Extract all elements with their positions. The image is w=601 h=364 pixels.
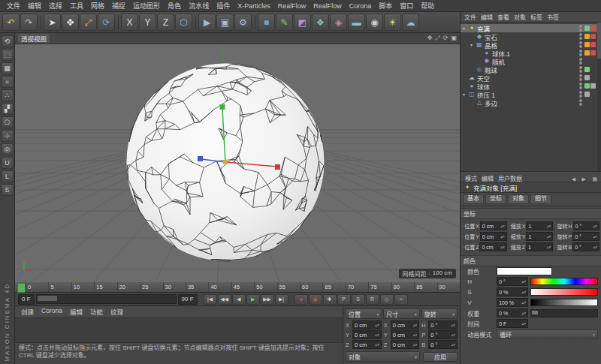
object-tree-row[interactable]: ◎ 融球 (461, 65, 601, 74)
menu-item[interactable]: 书签 (545, 13, 561, 21)
stepper-icon[interactable]: ▴▾ (375, 342, 379, 347)
menu-item[interactable]: 选择 (45, 1, 66, 11)
rotation-mode-select[interactable]: 旋转▾ (421, 308, 458, 319)
timeline-end-field[interactable]: 90 F (178, 294, 198, 305)
size-z-field[interactable]: 0 cm▴▾ (391, 340, 420, 349)
record-position-button[interactable]: P (337, 294, 351, 305)
object-tree-row[interactable]: ✺ 随机 (461, 57, 601, 65)
attr-position-x-field[interactable]: 0 cm▴▾ (480, 221, 507, 230)
record-pla-button[interactable]: ≈ (394, 294, 408, 305)
timeline-range-slider[interactable] (36, 294, 177, 304)
section-color[interactable]: 颜色 (461, 255, 601, 266)
live-selection-tool[interactable]: ➤ (44, 14, 61, 31)
move-tool[interactable]: ✥ (62, 14, 79, 31)
menu-item[interactable]: 窗口 (396, 1, 417, 11)
workplane-mode-button[interactable]: ⌗ (2, 76, 14, 88)
object-tag[interactable] (584, 34, 590, 39)
menu-item[interactable]: 用户数据 (496, 176, 524, 182)
object-tag[interactable] (590, 26, 596, 31)
object-tree-row[interactable]: ▾ ◫ 挤压 1 (461, 90, 601, 98)
object-tag[interactable] (590, 50, 596, 56)
goto-start-button[interactable]: |◀ (204, 294, 217, 305)
menu-item[interactable]: RealFlow (274, 2, 310, 10)
timeline-tick[interactable]: 75 (368, 282, 391, 292)
timeline-tick[interactable]: 90 (437, 282, 460, 292)
make-editable-button[interactable]: ⟲ (2, 35, 14, 47)
record-rotation-button[interactable]: R (366, 294, 379, 305)
position-z-field[interactable]: 0 cm▴▾ (352, 340, 382, 349)
attr-position-y-field[interactable]: 0 cm▴▾ (480, 232, 507, 241)
visibility-dots[interactable] (579, 58, 582, 65)
menu-item[interactable]: 创建 (18, 307, 37, 317)
add-sky-menu[interactable]: ☁ (402, 14, 419, 31)
visibility-dots[interactable] (579, 99, 582, 106)
add-deformer-menu[interactable]: ◈ (330, 14, 347, 31)
saturation-field[interactable]: 0 %▴▾ (497, 287, 528, 296)
menu-item[interactable]: 编辑 (24, 1, 45, 11)
position-mode-select[interactable]: 位置▾ (346, 308, 382, 319)
object-tag[interactable] (584, 42, 590, 47)
object-tree-row[interactable]: ▾ ✦ 充满 (461, 24, 601, 32)
value-field[interactable]: 100 %▴▾ (497, 298, 528, 307)
stepper-icon[interactable]: ▴▾ (413, 332, 418, 337)
expand-arrow-icon[interactable]: ▾ (470, 42, 476, 47)
timeline-start-field[interactable]: 0 F (18, 294, 35, 305)
rotation-p-field[interactable]: 0 °▴▾ (428, 330, 458, 339)
attr-rotation-b-field[interactable]: 0 °▴▾ (572, 242, 599, 251)
menu-item[interactable]: 查看 (495, 13, 512, 21)
menu-item[interactable]: 文件 (3, 1, 24, 11)
object-tag[interactable] (590, 83, 596, 89)
menu-item[interactable]: 纹理 (107, 307, 126, 317)
polygons-mode-button[interactable]: ⬠ (2, 116, 14, 128)
viewport-label[interactable]: 透视视图 (18, 34, 50, 43)
stepper-icon[interactable]: ▴▾ (375, 332, 379, 337)
size-mode-select[interactable]: 尺寸▾ (383, 308, 419, 319)
lock-button[interactable]: L (2, 170, 14, 182)
prev-frame-button[interactable]: ◀ (232, 294, 246, 305)
menu-item[interactable]: 标签 (528, 13, 545, 21)
visibility-dots[interactable] (579, 83, 582, 89)
coordinate-system-button[interactable]: ⬡ (175, 14, 192, 31)
keyframe-selection-button[interactable]: ✚ (323, 294, 337, 305)
object-manager-scrollbar[interactable] (597, 23, 601, 171)
section-coordinates[interactable]: 坐标 (461, 208, 601, 219)
color-gradient-slider[interactable] (530, 278, 598, 285)
menu-item[interactable]: 网格 (87, 1, 108, 11)
viewport-canvas[interactable] (15, 44, 460, 282)
viewport-pan-icon[interactable]: ✥ (427, 35, 433, 42)
object-name[interactable]: 多边 (485, 98, 578, 107)
history-back-icon[interactable]: ◀ (570, 176, 577, 182)
expand-arrow-icon[interactable]: ▾ (463, 26, 468, 31)
attribute-tab[interactable]: 基本 (463, 194, 484, 204)
prev-key-button[interactable]: ◀◀ (218, 294, 231, 305)
add-light-menu[interactable]: ☀ (384, 14, 401, 31)
quantize-button[interactable]: S (2, 184, 14, 196)
stepper-icon[interactable]: ▴▾ (413, 323, 418, 327)
attribute-tab[interactable]: 坐标 (485, 194, 506, 204)
menu-item[interactable]: 对象 (512, 13, 528, 21)
range-slider-thumb[interactable] (38, 296, 57, 301)
object-tree-row[interactable]: △ 多边 (461, 98, 601, 107)
coords-object-select[interactable]: 对象▾ (346, 351, 420, 362)
timeline-tick[interactable]: 10 (71, 282, 94, 292)
attribute-tab[interactable]: 细节 (530, 194, 551, 204)
position-x-field[interactable]: 0 cm▴▾ (352, 320, 382, 329)
menu-item[interactable]: 编辑 (479, 176, 496, 182)
apply-button[interactable]: 应用 (423, 352, 458, 362)
object-tree-row[interactable]: ● 球体.1 (461, 49, 601, 57)
visibility-dots[interactable] (579, 33, 582, 40)
object-tree-row[interactable]: ☁ 天空 (461, 74, 601, 82)
weight-slider[interactable] (530, 309, 598, 317)
timeline-tick[interactable]: 30 (163, 282, 186, 292)
menu-item[interactable]: 流水线 (185, 1, 213, 11)
stepper-icon[interactable]: ▴▾ (451, 323, 455, 327)
stepper-icon[interactable]: ▴▾ (451, 332, 455, 337)
timeline-ruler[interactable]: 051015202530354045505560657075808590 (15, 282, 460, 293)
lock-z-button[interactable]: Z (157, 14, 174, 31)
object-tag[interactable] (590, 100, 596, 105)
enable-axis-button[interactable]: ⊹ (2, 130, 14, 142)
attr-position-z-field[interactable]: 0 cm▴▾ (479, 242, 506, 251)
menu-item[interactable]: 工具 (66, 1, 87, 11)
hue-field[interactable]: 0 °▴▾ (497, 277, 528, 286)
timeline-playhead[interactable] (17, 283, 26, 293)
